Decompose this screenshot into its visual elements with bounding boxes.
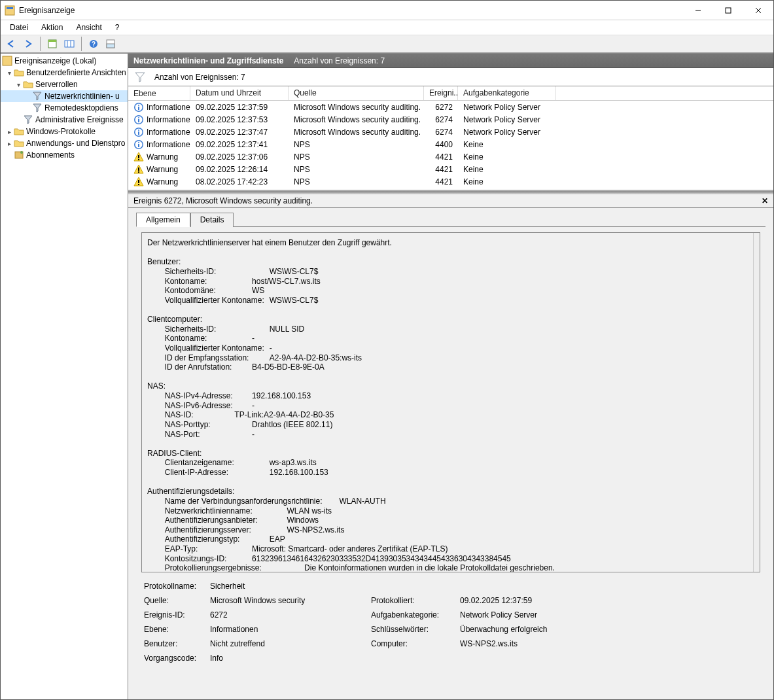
tree-winlogs[interactable]: ▸ Windows-Protokolle: [1, 126, 128, 137]
menu-action[interactable]: Aktion: [35, 22, 69, 33]
svg-rect-35: [138, 159, 139, 160]
expander-icon[interactable]: ▾: [14, 81, 23, 88]
menu-file[interactable]: Datei: [3, 22, 35, 33]
col-date[interactable]: Datum und Uhrzeit: [190, 86, 289, 100]
meta-opcode-value: Info: [210, 654, 367, 663]
col-level[interactable]: Ebene: [128, 86, 190, 100]
meta-taskcat-label: Aufgabenkategorie:: [371, 610, 456, 620]
folder-icon: [14, 126, 24, 137]
meta-computer-label: Computer:: [371, 639, 456, 648]
table-row[interactable]: Warnung09.02.2025 12:37:06NPS4421Keine: [128, 150, 773, 163]
folder-icon: [23, 79, 33, 90]
table-row[interactable]: Informationen09.02.2025 12:37:53Microsof…: [128, 113, 773, 126]
meta-logged-label: Protokolliert:: [371, 596, 456, 605]
tree-subs-label: Abonnements: [26, 150, 75, 160]
meta-level-value: Informationen: [210, 625, 367, 634]
warning-icon: [133, 152, 144, 162]
tree-custom-views[interactable]: ▾ Benutzerdefinierte Ansichten: [1, 67, 128, 79]
svg-rect-39: [138, 184, 139, 185]
tree-rds[interactable]: Remotedesktopdiens: [1, 102, 128, 114]
folder-icon: [14, 67, 24, 78]
minimize-button[interactable]: [683, 1, 713, 20]
tab-general[interactable]: Allgemein: [136, 213, 190, 227]
svg-rect-37: [138, 171, 139, 173]
meta-logname-value: Sicherheit: [210, 582, 367, 591]
tree-server-roles[interactable]: ▾ Serverrollen: [1, 79, 128, 90]
tree-rds-label: Remotedesktopdiens: [44, 103, 118, 113]
detail-header-text: Ereignis 6272, Microsoft Windows securit…: [133, 196, 313, 205]
warning-icon: [133, 164, 144, 175]
table-row[interactable]: Warnung08.02.2025 17:42:23NPS4421Keine: [128, 175, 773, 188]
navigation-tree[interactable]: Ereignisanzeige (Lokal) ▾ Benutzerdefini…: [1, 54, 128, 699]
meta-opcode-label: Vorgangscode:: [144, 654, 206, 663]
tree-appservices[interactable]: ▸ Anwendungs- und Dienstpro: [1, 137, 128, 149]
close-button[interactable]: [743, 1, 773, 20]
detail-tabs: Allgemein Details: [136, 212, 773, 226]
forward-button[interactable]: [20, 36, 36, 52]
warning-icon: [133, 177, 144, 187]
table-row[interactable]: Informationen09.02.2025 12:37:47Microsof…: [128, 126, 773, 138]
menu-help[interactable]: ?: [109, 22, 126, 33]
table-row[interactable]: Informationen09.02.2025 12:37:41NPS4400K…: [128, 138, 773, 150]
properties-button[interactable]: [44, 36, 60, 52]
meta-logname-label: Protokollname:: [144, 582, 206, 591]
filter-bar: Anzahl von Ereignissen: 7: [128, 68, 773, 86]
meta-user-value: Nicht zutreffend: [210, 639, 367, 648]
col-source[interactable]: Quelle: [289, 86, 424, 100]
col-category[interactable]: Aufgabenkategorie: [458, 86, 556, 100]
maximize-button[interactable]: [713, 1, 743, 20]
message-scrollbar[interactable]: [753, 233, 760, 572]
filter-text: Anzahl von Ereignissen: 7: [154, 73, 245, 82]
folder-icon: [14, 138, 24, 149]
tab-details[interactable]: Details: [190, 213, 234, 227]
event-message-box[interactable]: Der Netzwerkrichtlinienserver hat einem …: [141, 232, 760, 572]
tree-winlogs-label: Windows-Protokolle: [26, 127, 96, 136]
detail-close-button[interactable]: ✕: [762, 196, 768, 205]
info-icon: [133, 102, 144, 113]
filter-icon: [32, 91, 43, 101]
back-button[interactable]: [3, 36, 19, 52]
tree-root-label: Ereignisanzeige (Lokal): [14, 56, 96, 65]
table-row[interactable]: Informationen09.02.2025 12:37:59Microsof…: [128, 101, 773, 113]
expander-icon[interactable]: ▸: [5, 128, 14, 135]
event-message: Der Netzwerkrichtlinienserver hat einem …: [147, 238, 754, 572]
tree-subs[interactable]: Abonnements: [1, 149, 128, 161]
svg-rect-7: [48, 40, 56, 42]
svg-rect-34: [138, 155, 139, 158]
svg-point-17: [20, 151, 23, 154]
preview-button[interactable]: [103, 36, 118, 52]
table-row[interactable]: Warnung09.02.2025 12:26:14NPS4421Keine: [128, 163, 773, 175]
meta-level-label: Ebene:: [144, 625, 206, 634]
filter-icon: [135, 72, 145, 82]
meta-eventid-label: Ereignis-ID:: [144, 610, 206, 620]
svg-rect-21: [138, 107, 139, 110]
svg-rect-25: [138, 119, 139, 122]
help-button[interactable]: ?: [86, 36, 101, 52]
tree-root[interactable]: Ereignisanzeige (Lokal): [1, 55, 128, 67]
meta-taskcat-value: Network Policy Server: [460, 610, 758, 620]
expander-icon[interactable]: ▸: [5, 140, 14, 147]
svg-rect-1: [7, 7, 13, 9]
subscriptions-icon: [14, 150, 24, 160]
filter-icon: [32, 103, 43, 113]
detail-header: Ereignis 6272, Microsoft Windows securit…: [128, 194, 773, 208]
tree-nps[interactable]: Netzwerkrichtlinien- u: [1, 90, 128, 102]
columns-button[interactable]: [62, 36, 77, 52]
view-header-sub: Anzahl von Ereignissen: 7: [294, 56, 385, 65]
grid-header[interactable]: Ebene Datum und Uhrzeit Quelle Ereigni..…: [128, 86, 773, 101]
meta-logged-value: 09.02.2025 12:37:59: [460, 596, 758, 605]
svg-rect-8: [65, 41, 74, 47]
col-id[interactable]: Ereigni...: [424, 86, 458, 100]
tree-admin[interactable]: Administrative Ereignisse: [1, 114, 128, 126]
tree-nps-label: Netzwerkrichtlinien- u: [44, 92, 120, 101]
svg-point-28: [138, 130, 139, 131]
tree-server-roles-label: Serverrollen: [35, 80, 78, 89]
menu-view[interactable]: Ansicht: [69, 22, 108, 33]
svg-rect-14: [107, 44, 114, 48]
svg-point-20: [138, 105, 139, 106]
expander-icon[interactable]: ▾: [5, 69, 14, 77]
meta-eventid-value: 6272: [210, 610, 367, 620]
svg-rect-29: [138, 131, 139, 135]
event-grid[interactable]: Ebene Datum und Uhrzeit Quelle Ereigni..…: [128, 86, 773, 190]
svg-point-24: [138, 117, 139, 118]
